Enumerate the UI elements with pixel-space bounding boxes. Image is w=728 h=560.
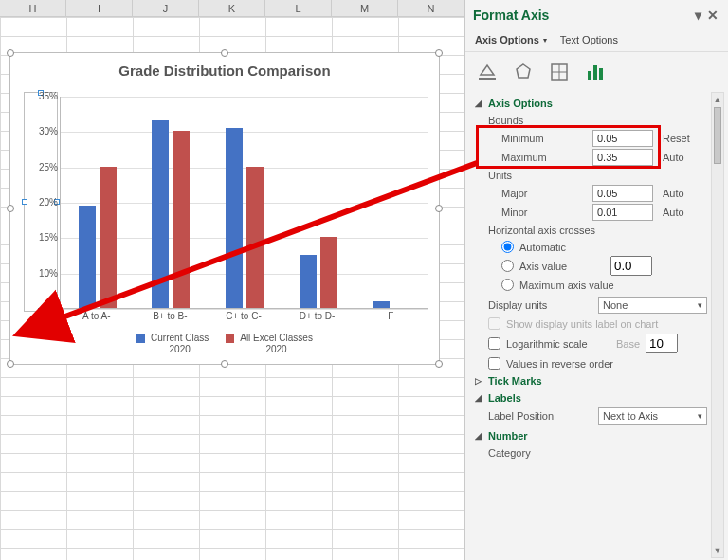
section-axis-options[interactable]: ◢ Axis Options — [475, 98, 707, 109]
legend-swatch-1 — [226, 334, 234, 343]
scroll-down-icon[interactable]: ▼ — [712, 544, 723, 557]
bar-series0-cat2[interactable] — [226, 128, 243, 308]
resize-handle-tm[interactable] — [221, 49, 228, 57]
chart-legend[interactable]: Current Class2020 All Excel Classes2020 — [10, 333, 439, 354]
major-label: Major — [501, 188, 587, 199]
log-base-input — [646, 334, 678, 353]
scroll-thumb[interactable] — [714, 107, 721, 164]
bar-series1-cat1[interactable] — [173, 131, 190, 308]
display-units-dropdown[interactable]: None ▾ — [598, 297, 707, 314]
pane-scroll: ◢ Axis Options Bounds Minimum Reset Maxi… — [475, 92, 707, 560]
bar-series0-cat4[interactable] — [373, 301, 390, 308]
major-auto-button[interactable]: Auto — [659, 188, 688, 199]
category-label: F — [354, 311, 428, 321]
section-number[interactable]: ◢ Number — [475, 430, 707, 442]
radio-axis-value-input[interactable] — [501, 260, 514, 272]
units-label: Units — [475, 168, 707, 183]
svg-rect-7 — [599, 68, 603, 80]
bar-series0-cat1[interactable] — [152, 120, 169, 308]
axis-options-icon[interactable] — [585, 62, 606, 82]
chevron-down-icon: ▾ — [698, 411, 702, 421]
column-header-L[interactable]: L — [265, 0, 332, 16]
radio-max-axis-value-input[interactable] — [501, 279, 514, 291]
scroll-up-icon[interactable]: ▲ — [712, 93, 723, 106]
collapse-icon: ◢ — [475, 99, 484, 108]
pane-iconbar — [465, 52, 728, 92]
row-major-unit: Major Auto — [501, 185, 707, 202]
resize-handle-rm[interactable] — [435, 205, 443, 212]
bar-series1-cat0[interactable] — [100, 167, 117, 308]
effects-icon[interactable] — [513, 62, 534, 82]
chevron-down-icon: ▾ — [698, 300, 702, 310]
resize-handle-tl[interactable] — [7, 49, 14, 57]
size-props-icon[interactable] — [549, 62, 570, 82]
maximum-label: Maximum — [501, 152, 587, 163]
subtab-text-options-label: Text Options — [560, 34, 618, 45]
legend-item-1[interactable]: All Excel Classes2020 — [226, 333, 313, 354]
section-tick-marks[interactable]: ▷ Tick Marks — [475, 375, 707, 387]
legend-item-0[interactable]: Current Class2020 — [136, 333, 209, 354]
column-header-M[interactable]: M — [332, 0, 398, 16]
bar-series1-cat2[interactable] — [246, 167, 264, 308]
section-labels[interactable]: ◢ Labels — [475, 392, 707, 404]
row-minimum: Minimum Reset — [501, 130, 707, 147]
row-minor-unit: Minor Auto — [501, 204, 707, 221]
spreadsheet-grid[interactable]: HIJKLMN Grade Distribution Comparison Cu… — [0, 0, 464, 560]
pane-close-icon[interactable]: ✕ — [705, 8, 720, 23]
chk-log-scale[interactable]: Logarithmic scale Base — [488, 334, 707, 353]
fill-line-icon[interactable] — [477, 62, 498, 82]
row-maximum: Maximum Auto — [501, 149, 707, 166]
maximum-input[interactable] — [592, 149, 653, 166]
svg-rect-5 — [588, 71, 592, 80]
resize-handle-bl[interactable] — [7, 360, 14, 368]
subtab-text-options[interactable]: Text Options — [560, 34, 618, 45]
svg-rect-0 — [479, 78, 496, 80]
bar-series0-cat3[interactable] — [300, 255, 317, 308]
column-header-I[interactable]: I — [66, 0, 133, 16]
axis-value-input — [610, 256, 652, 276]
chk-reverse-values[interactable]: Values in reverse order — [488, 357, 707, 370]
chk-show-units-label: Show display units label on chart — [488, 317, 707, 330]
pane-subtabs: Axis Options ▾ Text Options — [465, 30, 728, 52]
expand-icon: ▷ — [475, 376, 484, 386]
resize-handle-br[interactable] — [435, 360, 443, 368]
radio-axis-value[interactable]: Axis value — [501, 256, 707, 276]
category-label: C+ to C- — [207, 311, 281, 321]
collapse-icon: ◢ — [475, 393, 484, 403]
chart-title[interactable]: Grade Distribution Comparison — [10, 63, 439, 79]
y-tick: 10% — [31, 268, 58, 279]
pane-scrollbar[interactable]: ▲ ▼ — [711, 92, 724, 558]
major-input[interactable] — [592, 185, 653, 202]
pane-menu-dropdown-icon[interactable]: ▾ — [690, 8, 705, 23]
row-label-position: Label Position Next to Axis ▾ — [488, 407, 707, 425]
bar-series1-cat3[interactable] — [320, 237, 337, 308]
bar-series0-cat0[interactable] — [79, 206, 96, 308]
radio-max-axis-value[interactable]: Maximum axis value — [501, 279, 707, 291]
plot-area[interactable] — [60, 97, 428, 309]
minor-auto-button[interactable]: Auto — [659, 207, 688, 218]
minimum-input[interactable] — [592, 130, 653, 147]
svg-rect-6 — [593, 65, 597, 80]
column-header-N[interactable]: N — [398, 0, 464, 16]
column-header-K[interactable]: K — [199, 0, 265, 16]
radio-automatic-input[interactable] — [501, 241, 514, 253]
category-label: A to A- — [60, 311, 134, 321]
label-position-dropdown[interactable]: Next to Axis ▾ — [598, 407, 707, 425]
maximum-auto-button[interactable]: Auto — [659, 152, 688, 163]
radio-automatic[interactable]: Automatic — [501, 241, 707, 253]
subtab-axis-options[interactable]: Axis Options ▾ — [475, 34, 547, 45]
column-headers: HIJKLMN — [0, 0, 464, 17]
column-header-H[interactable]: H — [0, 0, 66, 16]
category-label: D+ to D- — [281, 311, 355, 321]
column-header-J[interactable]: J — [133, 0, 199, 16]
resize-handle-bm[interactable] — [221, 360, 228, 368]
resize-handle-tr[interactable] — [435, 49, 443, 57]
pane-title: Format Axis — [473, 8, 690, 23]
minor-input[interactable] — [592, 204, 653, 221]
minor-label: Minor — [501, 207, 587, 218]
row-display-units: Display units None ▾ — [488, 297, 707, 314]
chart-object[interactable]: Grade Distribution Comparison Current Cl… — [9, 52, 440, 365]
minimum-label: Minimum — [501, 133, 587, 144]
minimum-reset-button[interactable]: Reset — [659, 133, 694, 144]
resize-handle-lm[interactable] — [7, 205, 14, 212]
